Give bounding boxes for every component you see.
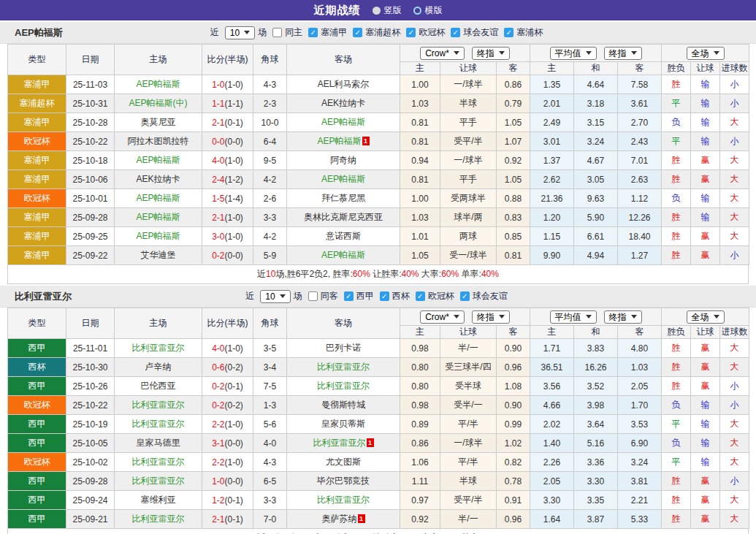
score-cell[interactable]: 0-2(0-1) bbox=[202, 377, 253, 396]
half-time-score: (0-1) bbox=[225, 514, 243, 525]
games-count-select[interactable]: 10 bbox=[260, 290, 290, 303]
full-time-score[interactable]: 2-1 bbox=[212, 213, 224, 223]
score-cell[interactable]: 3-1(0-0) bbox=[202, 434, 253, 453]
league-filter-checkbox-checked[interactable]: ✓ bbox=[353, 28, 362, 37]
score-cell[interactable]: 3-0(1-0) bbox=[202, 227, 253, 246]
league-badge: 西甲 bbox=[8, 491, 66, 510]
score-cell[interactable]: 2-1(0-1) bbox=[202, 113, 253, 132]
league-filter-label[interactable]: 球会友谊 bbox=[473, 290, 508, 302]
odds-company-select[interactable]: Crow* bbox=[420, 310, 465, 324]
same-venue-checkbox-unchecked[interactable] bbox=[272, 28, 282, 37]
avg-away-odds: 2.21 bbox=[618, 491, 662, 510]
handicap-home-odds: 0.80 bbox=[400, 358, 440, 377]
league-filter-checkbox-checked[interactable]: ✓ bbox=[308, 28, 318, 37]
chevron-down-icon bbox=[631, 51, 637, 55]
full-time-score[interactable]: 0-2 bbox=[212, 400, 224, 411]
full-time-score[interactable]: 0-2 bbox=[212, 381, 224, 392]
score-cell[interactable]: 1-0(1-0) bbox=[202, 75, 253, 94]
half-time-score: (1-0) bbox=[225, 156, 243, 166]
odds-time-select[interactable]: 终指 bbox=[472, 310, 510, 324]
score-cell[interactable]: 2-2(1-0) bbox=[202, 415, 253, 434]
column-header: 客场 bbox=[287, 308, 400, 339]
full-time-score[interactable]: 4-0 bbox=[212, 156, 224, 166]
games-count-select[interactable]: 10 bbox=[225, 26, 255, 39]
match-date: 25-10-22 bbox=[66, 396, 115, 415]
score-cell[interactable]: 2-2(1-0) bbox=[202, 453, 253, 472]
handicap-away-odds: 0.79 bbox=[497, 94, 530, 113]
full-time-score[interactable]: 1-5 bbox=[212, 194, 224, 204]
avg-odds-select[interactable]: 平均值 bbox=[550, 47, 597, 60]
score-cell[interactable]: 2-1(0-1) bbox=[202, 510, 253, 529]
full-time-score[interactable]: 2-4 bbox=[212, 175, 224, 185]
chevron-down-icon bbox=[244, 31, 250, 34]
league-filter-label[interactable]: 欧冠杯 bbox=[419, 26, 445, 39]
league-filter-label[interactable]: 塞浦杯 bbox=[516, 26, 543, 39]
avg-time-select[interactable]: 终指 bbox=[604, 47, 642, 60]
same-venue-label[interactable]: 同客 bbox=[321, 290, 338, 302]
full-time-score[interactable]: 2-2 bbox=[212, 457, 224, 468]
score-cell[interactable]: 1-2(0-1) bbox=[202, 491, 253, 510]
odds-company-select[interactable]: Crow* bbox=[420, 47, 465, 60]
same-venue-checkbox-unchecked[interactable] bbox=[308, 291, 318, 301]
full-time-score[interactable]: 4-0 bbox=[212, 343, 224, 354]
away-team-name: AEP帕福斯 bbox=[321, 117, 365, 127]
score-cell[interactable]: 2-1(1-0) bbox=[202, 208, 253, 227]
full-time-score[interactable]: 1-0 bbox=[212, 476, 224, 487]
full-time-score[interactable]: 2-2 bbox=[212, 419, 224, 430]
league-filter-checkbox-checked[interactable]: ✓ bbox=[460, 291, 470, 301]
league-filter-checkbox-checked[interactable]: ✓ bbox=[344, 291, 354, 301]
score-cell[interactable]: 0-2(0-0) bbox=[202, 246, 253, 265]
score-cell[interactable]: 4-0(1-0) bbox=[202, 339, 253, 358]
column-header: 类型 bbox=[8, 308, 66, 339]
full-time-score[interactable]: 3-0 bbox=[212, 232, 224, 242]
score-cell[interactable]: 0-2(0-2) bbox=[202, 396, 253, 415]
handicap-away-odds: 0.88 bbox=[497, 189, 530, 208]
league-badge: 欧冠杯 bbox=[8, 453, 66, 472]
score-cell[interactable]: 0-6(0-2) bbox=[202, 358, 253, 377]
full-time-score[interactable]: 2-1 bbox=[212, 514, 224, 525]
match-scope-select[interactable]: 全场 bbox=[687, 310, 725, 324]
league-filter-checkbox-checked[interactable]: ✓ bbox=[451, 28, 460, 37]
half-time-score: (0-1) bbox=[225, 381, 243, 392]
full-time-score[interactable]: 1-0 bbox=[212, 80, 224, 90]
league-filter-label[interactable]: 塞浦超杯 bbox=[365, 26, 400, 39]
full-time-score[interactable]: 1-2 bbox=[212, 495, 224, 506]
score-cell[interactable]: 1-0(0-0) bbox=[202, 472, 253, 491]
full-time-score[interactable]: 0-6 bbox=[212, 362, 224, 373]
layout-radio-vertical[interactable]: 竖版 bbox=[373, 4, 402, 17]
match-scope-select[interactable]: 全场 bbox=[687, 47, 725, 60]
league-filter-label[interactable]: 西杯 bbox=[392, 290, 410, 302]
full-time-score[interactable]: 1-1 bbox=[212, 99, 224, 109]
summary-segment: 60% bbox=[353, 269, 370, 279]
league-filter-checkbox-checked[interactable]: ✓ bbox=[406, 28, 416, 37]
league-filter-label[interactable]: 球会友谊 bbox=[463, 26, 498, 39]
league-filter-checkbox-checked[interactable]: ✓ bbox=[504, 28, 513, 37]
full-time-score[interactable]: 3-1 bbox=[212, 438, 224, 449]
full-time-score[interactable]: 2-1 bbox=[212, 118, 224, 128]
avg-time-select[interactable]: 终指 bbox=[604, 310, 642, 324]
layout-radio-horizontal[interactable]: 横版 bbox=[413, 4, 443, 17]
corner-count: 3-3 bbox=[253, 208, 287, 227]
score-cell[interactable]: 1-5(1-4) bbox=[202, 189, 253, 208]
score-cell[interactable]: 4-0(1-0) bbox=[202, 151, 253, 170]
score-cell[interactable]: 2-4(1-2) bbox=[202, 170, 253, 189]
full-time-score[interactable]: 0-2 bbox=[212, 251, 224, 261]
sub-column-header: 主 bbox=[530, 62, 574, 75]
corner-count: 4-0 bbox=[253, 434, 287, 453]
red-card-badge: 1 bbox=[358, 514, 365, 523]
league-filter-label[interactable]: 欧冠杯 bbox=[428, 290, 454, 302]
league-filter-label[interactable]: 塞浦甲 bbox=[321, 26, 347, 39]
same-venue-label[interactable]: 同主 bbox=[285, 26, 302, 39]
odds-time-select[interactable]: 终指 bbox=[472, 47, 510, 60]
league-filter-label[interactable]: 西甲 bbox=[356, 290, 374, 302]
full-time-score[interactable]: 0-0 bbox=[212, 137, 224, 147]
away-team: AEP帕福斯1 bbox=[287, 132, 400, 151]
league-filter-checkbox-checked[interactable]: ✓ bbox=[380, 291, 389, 301]
avg-odds-select[interactable]: 平均值 bbox=[550, 310, 597, 324]
column-header: 客场 bbox=[287, 45, 400, 75]
score-cell[interactable]: 0-0(0-0) bbox=[202, 132, 253, 151]
handicap-line: 受半/一 bbox=[440, 396, 497, 415]
avg-odds-select-value: 平均值 bbox=[555, 48, 581, 58]
league-filter-checkbox-checked[interactable]: ✓ bbox=[416, 291, 425, 301]
score-cell[interactable]: 1-1(1-1) bbox=[202, 94, 253, 113]
